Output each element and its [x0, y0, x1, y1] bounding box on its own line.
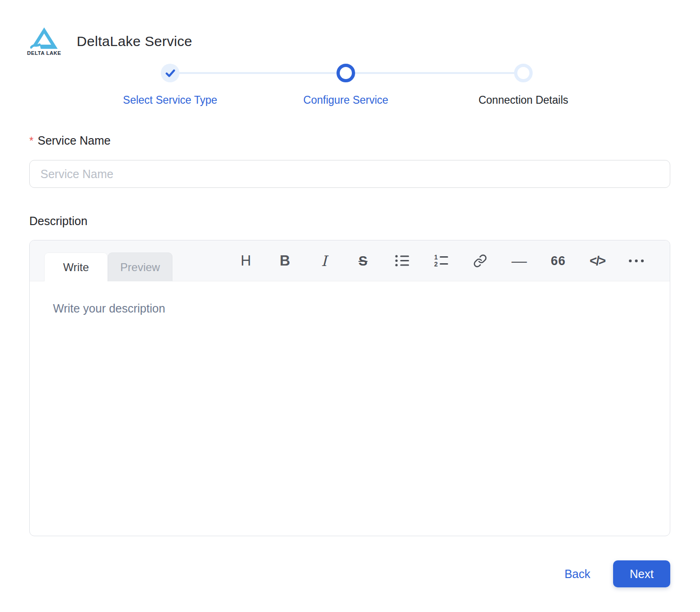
description-label: Description [29, 214, 87, 228]
italic-icon: I [321, 253, 327, 269]
bold-icon: B [280, 253, 290, 269]
editor-tabs: Write Preview [44, 253, 172, 281]
step-connector-1 [171, 72, 345, 74]
step-label-configure-service[interactable]: Configure Service [258, 94, 434, 106]
service-name-label-text: Service Name [38, 134, 111, 147]
code-button[interactable]: </> [578, 247, 617, 275]
next-button[interactable]: Next [613, 560, 670, 587]
bullet-list-icon [395, 254, 409, 267]
numbered-list-button[interactable]: 1 2 [422, 247, 461, 275]
editor-body [30, 281, 670, 536]
service-name-input[interactable] [29, 160, 670, 188]
markdown-editor: Write Preview H B I S [29, 240, 670, 536]
step-circle-configure-service[interactable] [337, 64, 355, 82]
step-connector-2 [347, 72, 522, 74]
editor-toolbar: Write Preview H B I S [30, 240, 670, 281]
tab-write[interactable]: Write [44, 253, 108, 281]
check-icon [165, 69, 175, 77]
numbered-list-icon: 1 2 [434, 254, 449, 267]
horizontal-rule-icon: — [512, 252, 527, 270]
quote-button[interactable]: 66 [539, 247, 578, 275]
bold-button[interactable]: B [265, 247, 304, 275]
back-button[interactable]: Back [564, 567, 590, 581]
heading-button[interactable]: H [226, 247, 265, 275]
step-circle-connection-details[interactable] [514, 64, 533, 82]
svg-text:1: 1 [434, 254, 438, 261]
step-circle-select-service-type[interactable] [161, 64, 179, 82]
bullet-list-button[interactable] [383, 247, 422, 275]
tab-preview[interactable]: Preview [108, 253, 172, 281]
footer-actions: Back Next [564, 560, 670, 587]
more-options-icon [628, 259, 645, 263]
service-name-label: *Service Name [29, 134, 111, 147]
quote-icon: 66 [551, 254, 566, 268]
description-textarea[interactable] [30, 281, 670, 536]
more-options-button[interactable] [617, 247, 656, 275]
heading-icon: H [241, 253, 251, 269]
strikethrough-button[interactable]: S [343, 247, 383, 275]
required-asterisk: * [29, 135, 33, 147]
svg-text:2: 2 [434, 260, 438, 267]
strikethrough-icon: S [358, 253, 367, 269]
step-label-select-service-type[interactable]: Select Service Type [82, 94, 258, 106]
editor-tools: H B I S 1 2 [226, 240, 656, 281]
code-icon: </> [589, 254, 605, 268]
italic-button[interactable]: I [304, 247, 343, 275]
link-icon [473, 254, 487, 268]
stepper: Select Service Type Configure Service Co… [0, 0, 700, 112]
step-label-connection-details[interactable]: Connection Details [435, 94, 612, 106]
horizontal-rule-button[interactable]: — [500, 247, 539, 275]
link-button[interactable] [461, 247, 500, 275]
